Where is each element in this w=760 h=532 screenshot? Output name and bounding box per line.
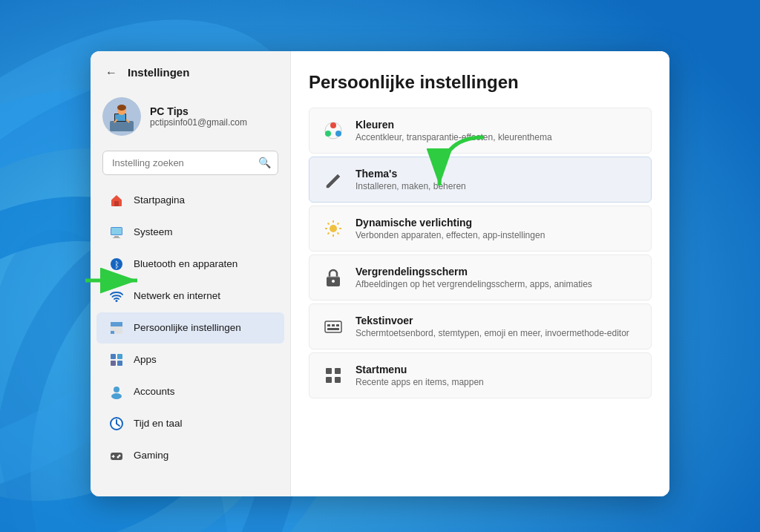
user-info: PC Tips pctipsinfo01@gmail.com	[150, 105, 247, 128]
vergrendeling-icon	[321, 266, 345, 289]
dynamische-desc: Verbonden apparaten, effecten, app-inste…	[356, 230, 545, 240]
vergrendeling-desc: Afbeeldingen op het vergrendelingsscherm…	[356, 279, 592, 289]
home-icon	[108, 192, 125, 208]
tekstinvoer-icon	[321, 315, 345, 338]
persoonlijk-icon	[108, 320, 125, 336]
svg-rect-61	[335, 368, 341, 374]
svg-point-21	[116, 300, 118, 302]
svg-rect-18	[113, 237, 120, 238]
svg-line-51	[328, 232, 330, 234]
sidebar-item-tijd[interactable]: Tijd en taal	[96, 408, 284, 439]
svg-point-36	[117, 456, 119, 458]
svg-rect-23	[111, 322, 122, 326]
nav-list: Startpagina Systeem	[91, 181, 290, 496]
svg-point-43	[330, 225, 337, 232]
tekstinvoer-text: Tekstinvoer Schermtoetsenbord, stemtypen…	[356, 315, 629, 338]
svg-point-30	[111, 393, 122, 399]
svg-rect-55	[325, 321, 341, 332]
svg-rect-25	[111, 354, 116, 359]
sidebar-item-startpagina[interactable]: Startpagina	[96, 185, 284, 216]
svg-line-48	[328, 223, 330, 224]
svg-line-49	[338, 232, 339, 234]
svg-rect-24	[111, 331, 114, 334]
svg-point-40	[330, 122, 336, 128]
svg-point-41	[335, 131, 341, 137]
sidebar-title: Instellingen	[128, 66, 189, 79]
svg-rect-26	[117, 354, 122, 359]
dynamische-text: Dynamische verlichting Verbonden apparat…	[356, 217, 545, 240]
back-button[interactable]: ←	[102, 63, 120, 82]
sidebar-item-persoonlijk-label: Persoonlijke instellingen	[134, 322, 241, 333]
startmenu-title: Startmenu	[356, 364, 484, 375]
tekstinvoer-desc: Schermtoetsenbord, stemtypen, emoji en m…	[356, 328, 629, 338]
svg-rect-27	[111, 361, 116, 366]
svg-rect-62	[326, 377, 332, 383]
green-arrow-main	[425, 130, 499, 197]
green-arrow-sidebar	[82, 266, 148, 295]
svg-rect-56	[327, 324, 330, 326]
sidebar-item-persoonlijk[interactable]: Persoonlijke instellingen	[96, 312, 284, 344]
sidebar-item-systeem[interactable]: Systeem	[96, 217, 284, 248]
apps-icon	[108, 352, 125, 368]
svg-point-42	[325, 131, 331, 137]
svg-rect-58	[336, 324, 339, 326]
accounts-icon	[108, 384, 125, 400]
gaming-icon	[108, 447, 125, 464]
main-content: Persoonlijke instellingen Kleuren Accent…	[291, 51, 669, 496]
sidebar-item-systeem-label: Systeem	[134, 226, 173, 237]
systeem-icon	[108, 224, 125, 240]
tekstinvoer-title: Tekstinvoer	[356, 315, 629, 326]
sidebar-item-accounts-label: Accounts	[134, 386, 175, 397]
svg-rect-59	[327, 328, 339, 330]
kleuren-title: Kleuren	[356, 119, 552, 131]
settings-item-startmenu[interactable]: Startmenu Recente apps en items, mappen	[309, 352, 652, 398]
settings-window: ← Instellingen	[91, 51, 669, 496]
kleuren-icon	[321, 119, 345, 142]
svg-rect-38	[112, 456, 115, 457]
vergrendeling-text: Vergrendelingsscherm Afbeeldingen op het…	[356, 266, 592, 289]
settings-item-vergrendeling[interactable]: Vergrendelingsscherm Afbeeldingen op het…	[309, 254, 652, 301]
settings-item-tekstinvoer[interactable]: Tekstinvoer Schermtoetsenbord, stemtypen…	[309, 303, 652, 349]
svg-rect-28	[117, 361, 122, 366]
user-name: PC Tips	[150, 105, 247, 117]
sidebar-item-bluetooth-label: Bluetooth en apparaten	[134, 258, 238, 269]
svg-rect-60	[326, 368, 332, 374]
dynamische-title: Dynamische verlichting	[356, 217, 545, 229]
startmenu-icon	[321, 364, 345, 387]
search-icon: 🔍	[258, 157, 271, 168]
svg-rect-7	[110, 121, 134, 131]
tijd-icon	[108, 416, 125, 432]
startmenu-desc: Recente apps en items, mappen	[356, 377, 484, 387]
svg-rect-63	[335, 377, 341, 383]
user-profile: PC Tips pctipsinfo01@gmail.com	[91, 88, 290, 145]
sidebar-item-apps-label: Apps	[134, 354, 157, 365]
svg-point-11	[117, 105, 126, 111]
svg-rect-16	[111, 228, 122, 234]
search-box: 🔍	[102, 151, 278, 175]
sidebar-item-gaming[interactable]: Gaming	[96, 440, 284, 471]
svg-line-50	[338, 223, 339, 224]
dynamische-icon	[321, 217, 345, 240]
page-title: Persoonlijke instellingen	[309, 72, 652, 93]
svg-point-53	[332, 280, 335, 283]
themas-icon	[321, 168, 345, 191]
sidebar-item-gaming-label: Gaming	[134, 450, 168, 461]
svg-rect-57	[332, 324, 335, 326]
sidebar-item-startpagina-label: Startpagina	[134, 194, 185, 206]
svg-rect-14	[114, 201, 119, 206]
sidebar-header: ← Instellingen	[91, 51, 290, 88]
user-email: pctipsinfo01@gmail.com	[150, 117, 247, 128]
svg-rect-54	[327, 276, 339, 278]
search-input[interactable]	[102, 151, 278, 175]
sidebar-item-apps[interactable]: Apps	[96, 344, 284, 375]
sidebar-item-tijd-label: Tijd en taal	[134, 418, 183, 429]
svg-rect-17	[114, 236, 119, 237]
settings-item-dynamische[interactable]: Dynamische verlichting Verbonden apparat…	[309, 206, 652, 252]
vergrendeling-title: Vergrendelingsscherm	[356, 266, 592, 278]
svg-point-29	[114, 387, 119, 393]
sidebar-item-accounts[interactable]: Accounts	[96, 376, 284, 407]
avatar	[102, 97, 141, 136]
startmenu-text: Startmenu Recente apps en items, mappen	[356, 364, 484, 387]
